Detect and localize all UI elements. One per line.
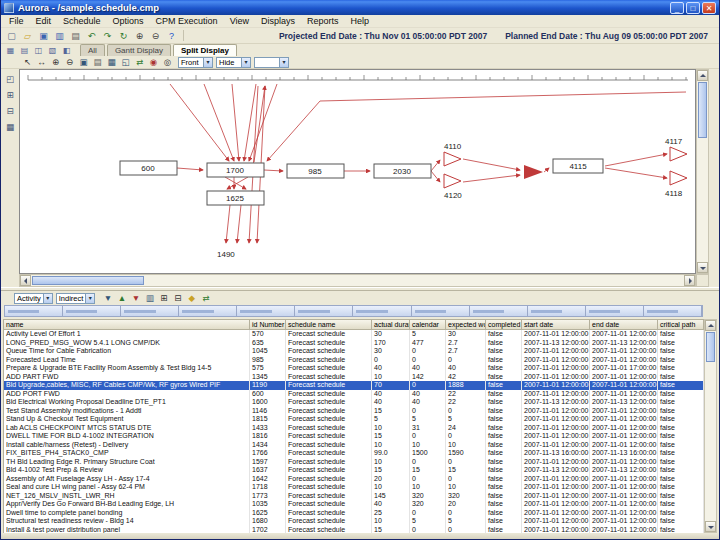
column-header-start-date[interactable]: start date — [522, 320, 590, 329]
layout-grid-icon[interactable]: ▦ — [4, 45, 17, 56]
network-view-icon[interactable]: ◫ — [32, 45, 45, 56]
collapse-all-icon[interactable]: ⊟ — [171, 292, 184, 304]
filter-icon[interactable]: ▼ — [101, 292, 114, 304]
table-row[interactable]: Bld Upgrade,cables, MISC, RF Cables CMP/… — [4, 381, 704, 390]
maximize-button[interactable]: □ — [686, 2, 700, 14]
table-row[interactable]: Install cable/harness (Retest) - Deliver… — [4, 441, 704, 450]
column-header-expected-work[interactable]: expected work — [446, 320, 486, 329]
column-header-id-number[interactable]: id Number — [250, 320, 286, 329]
table-row[interactable]: Forecasted Lead Time985Forecast schedule… — [4, 356, 704, 365]
table-row[interactable]: Lab ACLS CHECKPOINT MTCS STATUS DTE1433F… — [4, 424, 704, 433]
print-icon[interactable]: ▤ — [68, 29, 83, 43]
layer-select[interactable]: Front▾ — [178, 57, 213, 68]
scroll-up-icon[interactable] — [705, 320, 716, 331]
table-row[interactable]: Structural test readiness review - Bldg … — [4, 517, 704, 526]
menu-file[interactable]: File — [3, 16, 30, 26]
menu-options[interactable]: Options — [107, 16, 150, 26]
sort-desc-icon[interactable]: ▼ — [129, 292, 142, 304]
fit-view-icon[interactable]: ▣ — [77, 56, 90, 68]
menu-displays[interactable]: Displays — [255, 16, 301, 26]
zoom-in-icon[interactable]: ⊕ — [49, 56, 62, 68]
menu-cpm-execution[interactable]: CPM Execution — [150, 16, 224, 26]
table-row[interactable]: Bld Electrical Working Proposal Deadline… — [4, 398, 704, 407]
undo-icon[interactable]: ↶ — [84, 29, 99, 43]
calendar-view-icon[interactable]: ▧ — [46, 45, 59, 56]
filter-segment[interactable] — [353, 306, 411, 316]
columns-icon[interactable]: ▥ — [143, 292, 156, 304]
column-header-end-date[interactable]: end date — [590, 320, 658, 329]
filter-segment[interactable] — [644, 306, 702, 316]
diagram-node[interactable]: 2030 — [374, 164, 431, 178]
tab-split-display[interactable]: Split Display — [173, 44, 237, 56]
diagram-node[interactable]: 1625 — [207, 191, 264, 205]
snapshot-icon[interactable]: ◎ — [161, 56, 174, 68]
mode-select[interactable]: Indirect▾ — [56, 293, 96, 304]
table-row[interactable]: ADD PORT FWD600Forecast schedule404022fa… — [4, 390, 704, 399]
highlight-icon[interactable]: ◉ — [147, 56, 160, 68]
zoom-in-icon[interactable]: ⊕ — [132, 29, 147, 43]
collapse-icon[interactable]: ⊟ — [3, 104, 17, 117]
column-header-actual-duration[interactable]: actual duration — [372, 320, 410, 329]
scroll-down-icon[interactable] — [697, 262, 708, 273]
network-canvas[interactable]: 600 1700 985 2030 1625 4115 411 — [19, 69, 696, 274]
milestone-marker-4118[interactable] — [670, 171, 687, 185]
table-row[interactable]: Activity Level Of Effort 1570Forecast sc… — [4, 330, 704, 339]
scroll-down-icon[interactable] — [705, 521, 716, 532]
table-row[interactable]: NET_126_MSLV_INSTL_LWR_RH1773Forecast sc… — [4, 492, 704, 501]
filter-segment[interactable] — [121, 306, 179, 316]
milestone-marker-4120[interactable] — [444, 174, 461, 188]
menu-help[interactable]: Help — [345, 16, 376, 26]
column-header-calendar[interactable]: calendar — [410, 320, 446, 329]
settings-view-icon[interactable]: ◧ — [60, 45, 73, 56]
refresh-icon[interactable]: ↻ — [116, 29, 131, 43]
link-icon[interactable]: ⇄ — [199, 292, 212, 304]
table-row[interactable]: FIX_BITES_PH4_STACK0_CMP1766Forecast sch… — [4, 449, 704, 458]
swap-icon[interactable]: ⇄ — [133, 56, 146, 68]
table-row[interactable]: Assembly of Aft Fuselage Assy LH - Assy … — [4, 475, 704, 484]
menu-edit[interactable]: Edit — [30, 16, 58, 26]
scrollbar-thumb[interactable] — [698, 82, 707, 138]
gantt-view-icon[interactable]: ▤ — [18, 45, 31, 56]
filter-segment[interactable] — [179, 306, 237, 316]
table-row[interactable]: Prepare & Upgrade BTE Facility Room Asse… — [4, 364, 704, 373]
scrollbar-thumb[interactable] — [32, 276, 144, 285]
new-file-icon[interactable]: ▢ — [4, 29, 19, 43]
filter-segment[interactable] — [586, 306, 644, 316]
save-all-icon[interactable]: ▥ — [52, 29, 67, 43]
menu-schedule[interactable]: Schedule — [57, 16, 107, 26]
tab-all[interactable]: All — [80, 44, 105, 56]
expand-all-icon[interactable]: ⊞ — [157, 292, 170, 304]
zoom-level-select[interactable]: ▾ — [254, 57, 289, 68]
table-row[interactable]: Dwell time to complete panel bonding1625… — [4, 509, 704, 518]
redo-icon[interactable]: ↷ — [100, 29, 115, 43]
diagram-node[interactable]: 985 — [287, 164, 344, 178]
table-row[interactable]: Queue Time for Cable Fabrication1045Fore… — [4, 347, 704, 356]
milestone-marker-4110[interactable] — [444, 152, 461, 166]
table-row[interactable]: Bld 4-1002 Test Prep & Review1637Forecas… — [4, 466, 704, 475]
zoom-out-icon[interactable]: ⊖ — [63, 56, 76, 68]
help-icon[interactable]: ? — [164, 29, 179, 43]
scroll-up-icon[interactable] — [697, 70, 708, 81]
scroll-right-icon[interactable] — [684, 275, 695, 286]
filter-segment[interactable] — [528, 306, 586, 316]
filter-segment[interactable] — [63, 306, 121, 316]
filter-segment[interactable] — [5, 306, 63, 316]
diagram-vertical-scrollbar[interactable] — [696, 69, 709, 274]
close-button[interactable]: ✕ — [702, 2, 716, 14]
table-row[interactable]: Appr/Verify Des Go Forward BH-Bd Leading… — [4, 500, 704, 509]
column-header-schedule-name[interactable]: schedule name — [286, 320, 372, 329]
filter-segment[interactable] — [295, 306, 353, 316]
table-row[interactable]: DWELL TIME FOR BLD 4-1002 INTEGRATION181… — [4, 432, 704, 441]
scroll-left-icon[interactable] — [20, 275, 31, 286]
menu-reports[interactable]: Reports — [301, 16, 345, 26]
table-row[interactable]: Stand Up & Checkout Test Equipment1815Fo… — [4, 415, 704, 424]
diagram-node[interactable]: 1700 — [207, 163, 264, 177]
filter-segment[interactable] — [470, 306, 528, 316]
sort-asc-icon[interactable]: ▲ — [115, 292, 128, 304]
column-header-name[interactable]: name — [4, 320, 250, 329]
type-filter-select[interactable]: Activity▾ — [14, 293, 53, 304]
overview-icon[interactable]: ◰ — [3, 72, 17, 85]
diagram-node[interactable]: 600 — [120, 161, 177, 175]
print-icon[interactable]: ▤ — [91, 56, 104, 68]
filter-segment[interactable] — [412, 306, 470, 316]
